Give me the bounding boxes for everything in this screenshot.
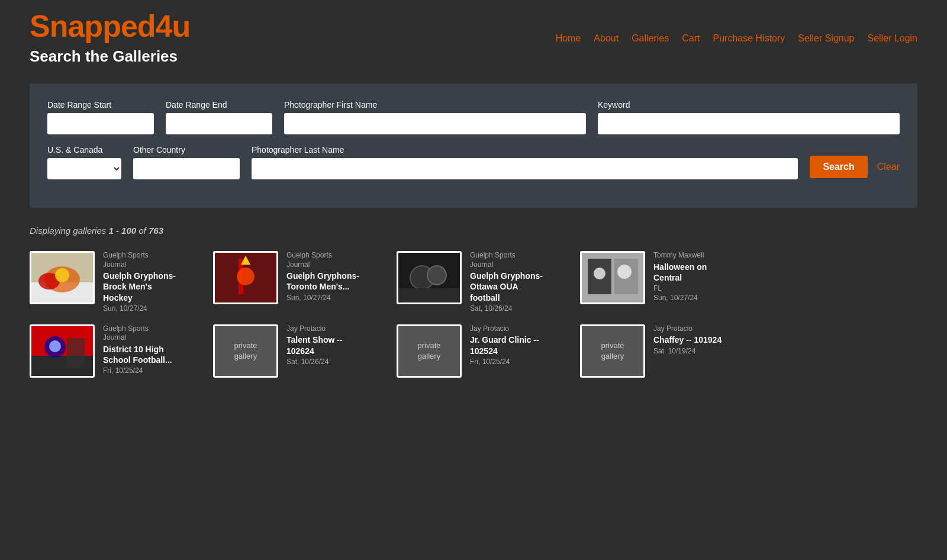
results-total-prefix: of	[136, 226, 149, 236]
other-country-label: Other Country	[133, 145, 240, 155]
private-gallery-label-6: privategallery	[234, 340, 257, 362]
gallery-date-2: Sun, 10/27/24	[286, 294, 359, 302]
other-country-input[interactable]	[133, 158, 240, 179]
date-range-end-input[interactable]	[166, 113, 272, 134]
search-panel: Date Range Start Date Range End Photogra…	[30, 83, 917, 208]
gallery-title-5: District 10 HighSchool Football...	[103, 344, 172, 365]
gallery-item-2[interactable]: Guelph SportsJournal Guelph Gryphons-Tor…	[213, 251, 379, 313]
gallery-location-4: FL	[653, 284, 707, 292]
us-canada-label: U.S. & Canada	[47, 145, 121, 155]
nav-about[interactable]: About	[594, 33, 619, 44]
main-nav: Home About Galleries Cart Purchase Histo…	[556, 33, 917, 44]
svg-point-12	[427, 266, 446, 285]
keyword-input[interactable]	[598, 113, 900, 134]
gallery-publisher-2: Guelph SportsJournal	[286, 251, 359, 269]
nav-galleries[interactable]: Galleries	[632, 33, 669, 44]
logo-accent: 4	[156, 9, 172, 43]
gallery-item-3[interactable]: Guelph SportsJournal Guelph Gryphons-Ott…	[397, 251, 562, 313]
nav-seller-signup[interactable]: Seller Signup	[798, 33, 854, 44]
logo-u: u	[172, 9, 191, 43]
results-prefix: Displaying galleries	[30, 226, 108, 236]
gallery-row-1: Guelph SportsJournal Guelph Gryphons-Bro…	[30, 251, 917, 313]
date-range-end-label: Date Range End	[166, 100, 272, 110]
date-range-start-input[interactable]	[47, 113, 154, 134]
private-gallery-label-7: privategallery	[417, 340, 440, 362]
us-canada-group: U.S. & Canada United States Canada	[47, 145, 121, 179]
nav-home[interactable]: Home	[556, 33, 581, 44]
gallery-title-8: Chaffey -- 101924	[653, 334, 721, 345]
search-actions: Search Clear	[810, 156, 900, 179]
logo-area: Snapped4u Search the Galleries	[30, 11, 190, 66]
photographer-last-name-input[interactable]	[252, 158, 798, 179]
gallery-item-8[interactable]: privategallery Jay Protacio Chaffey -- 1…	[580, 324, 746, 378]
gallery-info-5: Guelph SportsJournal District 10 HighSch…	[103, 324, 172, 375]
gallery-publisher-6: Jay Protacio	[286, 324, 343, 334]
results-range: 1 - 100	[108, 226, 136, 236]
gallery-thumb-3	[397, 251, 462, 304]
gallery-publisher-8: Jay Protacio	[653, 324, 721, 334]
gallery-date-4: Sun, 10/27/24	[653, 294, 707, 302]
gallery-row-2: Guelph SportsJournal District 10 HighSch…	[30, 324, 917, 378]
svg-point-18	[617, 265, 632, 279]
gallery-date-6: Sat, 10/26/24	[286, 358, 343, 366]
gallery-publisher-3: Guelph SportsJournal	[470, 251, 543, 269]
gallery-info-6: Jay Protacio Talent Show --102624 Sat, 1…	[286, 324, 343, 366]
search-button[interactable]: Search	[810, 156, 867, 178]
photographer-first-name-input[interactable]	[284, 113, 586, 134]
svg-point-4	[55, 268, 69, 282]
us-canada-select[interactable]: United States Canada	[47, 158, 121, 179]
gallery-item-4[interactable]: Tommy Maxwell Halloween onCentral FL Sun…	[580, 251, 746, 313]
gallery-item-5[interactable]: Guelph SportsJournal District 10 HighSch…	[30, 324, 195, 378]
gallery-title-7: Jr. Guard Clinic --102524	[470, 334, 539, 356]
clear-button[interactable]: Clear	[877, 162, 900, 172]
private-gallery-label-8: privategallery	[601, 340, 624, 362]
gallery-title-3: Guelph Gryphons-Ottawa OUAfootball	[470, 271, 543, 303]
gallery-title-2: Guelph Gryphons-Toronto Men's...	[286, 271, 359, 292]
gallery-item-7[interactable]: privategallery Jay Protacio Jr. Guard Cl…	[397, 324, 562, 378]
search-row-1: Date Range Start Date Range End Photogra…	[47, 100, 900, 134]
gallery-info-2: Guelph SportsJournal Guelph Gryphons-Tor…	[286, 251, 359, 302]
gallery-date-8: Sat, 10/19/24	[653, 347, 721, 355]
site-header: Snapped4u Search the Galleries Home Abou…	[0, 0, 947, 72]
results-total: 763	[149, 226, 163, 236]
date-range-start-group: Date Range Start	[47, 100, 154, 134]
nav-purchase-history[interactable]: Purchase History	[713, 33, 785, 44]
gallery-info-7: Jay Protacio Jr. Guard Clinic --102524 F…	[470, 324, 539, 366]
photographer-first-name-label: Photographer First Name	[284, 100, 586, 110]
svg-point-17	[594, 268, 605, 279]
photographer-first-name-group: Photographer First Name	[284, 100, 586, 134]
nav-cart[interactable]: Cart	[682, 33, 700, 44]
gallery-thumb-5	[30, 324, 95, 378]
svg-rect-13	[398, 288, 460, 302]
site-logo[interactable]: Snapped4u	[30, 11, 190, 41]
gallery-publisher-5: Guelph SportsJournal	[103, 324, 172, 343]
gallery-publisher-7: Jay Protacio	[470, 324, 539, 334]
keyword-label: Keyword	[598, 100, 900, 110]
gallery-thumb-6: privategallery	[213, 324, 278, 378]
gallery-thumb-4	[580, 251, 645, 304]
gallery-item-6[interactable]: privategallery Jay Protacio Talent Show …	[213, 324, 379, 378]
gallery-date-3: Sat, 10/26/24	[470, 304, 543, 313]
gallery-date-5: Fri, 10/25/24	[103, 366, 172, 375]
gallery-info-8: Jay Protacio Chaffey -- 101924 Sat, 10/1…	[653, 324, 721, 355]
gallery-thumb-8: privategallery	[580, 324, 645, 378]
photographer-last-name-group: Photographer Last Name	[252, 145, 798, 179]
gallery-date-1: Sun, 10/27/24	[103, 304, 176, 313]
gallery-thumb-1	[30, 251, 95, 304]
page-title: Search the Galleries	[30, 47, 190, 66]
svg-point-22	[49, 340, 61, 352]
search-row-2: U.S. & Canada United States Canada Other…	[47, 145, 900, 179]
gallery-title-6: Talent Show --102624	[286, 334, 343, 356]
gallery-publisher-4: Tommy Maxwell	[653, 251, 707, 260]
gallery-thumb-7: privategallery	[397, 324, 462, 378]
date-range-end-group: Date Range End	[166, 100, 272, 134]
gallery-info-4: Tommy Maxwell Halloween onCentral FL Sun…	[653, 251, 707, 302]
nav-seller-login[interactable]: Seller Login	[868, 33, 918, 44]
gallery-grid: Guelph SportsJournal Guelph Gryphons-Bro…	[0, 245, 947, 395]
date-range-start-label: Date Range Start	[47, 100, 154, 110]
svg-rect-23	[67, 338, 85, 368]
logo-main: Snapped	[30, 9, 156, 43]
gallery-item-1[interactable]: Guelph SportsJournal Guelph Gryphons-Bro…	[30, 251, 195, 313]
results-info: Displaying galleries 1 - 100 of 763	[0, 220, 947, 245]
photographer-last-name-label: Photographer Last Name	[252, 145, 798, 155]
